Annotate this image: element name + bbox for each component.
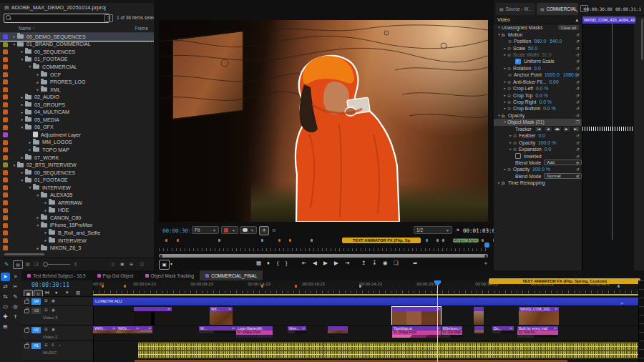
rotation-value[interactable]: 0.0 — [534, 66, 540, 71]
new-item-button[interactable]: ⊞ — [130, 260, 133, 268]
fx-row-object-mask[interactable]: ▾ Object Mask (01) ❐ — [494, 119, 582, 125]
tree-row[interactable]: ▸ TOPO MAP — [0, 146, 154, 154]
tree-row[interactable]: ▸ OCF — [0, 71, 154, 79]
reset-icon[interactable]: ↺ — [576, 140, 580, 145]
timeline-display-settings-icon[interactable]: ▥ — [76, 290, 80, 295]
timeline-settings-wrench-icon[interactable]: ✶ — [65, 290, 69, 295]
label-color-swatch[interactable] — [3, 230, 8, 235]
sequence-marker[interactable] — [482, 239, 484, 242]
expand-arrow-icon[interactable]: ▸ — [508, 134, 513, 137]
tree-item-label[interactable]: 03_GROUPS — [34, 102, 65, 108]
timeline-marker[interactable] — [102, 285, 104, 288]
tree-item-label[interactable]: NIKON_Z6_3 — [50, 245, 81, 251]
sort-icon[interactable]: ≡ — [74, 260, 77, 268]
eye-icon[interactable]: ◉ — [52, 308, 55, 312]
label-color-swatch[interactable] — [3, 245, 8, 250]
tree-row[interactable]: ▸ HDE — [0, 207, 154, 215]
expand-arrow-icon[interactable]: ▸ — [27, 147, 33, 152]
tree-item-label[interactable]: HDE — [58, 207, 69, 213]
label-color-swatch[interactable] — [3, 155, 8, 160]
sequence-tab[interactable]: COMMERCIAL_FINAL — [200, 270, 263, 280]
play-button[interactable]: ▶ — [323, 260, 328, 266]
filter-bin-icon[interactable]: ❐ — [104, 14, 113, 22]
label-color-swatch[interactable] — [3, 125, 8, 130]
eye-icon[interactable]: ◉ — [52, 298, 55, 303]
tree-item-label[interactable]: 02_BTS_INTERVIEW — [26, 162, 77, 168]
label-color-swatch[interactable] — [3, 57, 8, 62]
stopwatch-icon[interactable]: ⊙ — [508, 39, 514, 44]
fx-mini-timeline[interactable]: WKND_COM_420_A004_A007_0 — [582, 16, 634, 270]
video-clip[interactable]: W...fx — [199, 326, 236, 338]
reset-icon[interactable]: ↺ — [576, 154, 580, 159]
column-frame[interactable]: Frame — [135, 26, 148, 31]
fx-icon[interactable]: fx — [502, 180, 508, 185]
expand-arrow-icon[interactable]: ▾ — [19, 57, 25, 62]
mute-icon[interactable]: ⊟ — [44, 298, 48, 303]
video-clip[interactable]: fx — [392, 307, 441, 325]
uniform-scale-checkbox[interactable] — [515, 59, 521, 64]
expand-arrow-icon[interactable]: ▸ — [19, 155, 25, 160]
tree-row[interactable]: ▾ COMMERCIAL — [0, 63, 154, 71]
timeline-marker[interactable] — [295, 285, 297, 288]
label-color-swatch[interactable] — [3, 208, 8, 213]
tree-item-label[interactable]: INTERVIEW — [58, 238, 87, 244]
tree-item-label[interactable]: Adjustment Layer — [41, 132, 81, 138]
sequence-tab[interactable]: Text Behind Subject - 16:9 — [21, 270, 92, 280]
sequence-marker[interactable] — [426, 239, 428, 242]
expand-arrow-icon[interactable]: ▸ — [502, 100, 507, 104]
video-clip[interactable]: Built for every trail.fx Fi: Text An.. — [517, 326, 558, 338]
expand-arrow-icon[interactable]: ▸ — [43, 208, 49, 212]
expand-arrow-icon[interactable]: ▾ — [27, 64, 33, 69]
step-back-button[interactable]: ◀ — [313, 260, 317, 266]
tree-row[interactable]: ▸ CANON_C80 — [0, 214, 154, 222]
mark-in-button[interactable]: { — [277, 260, 279, 266]
ripple-edit-tool[interactable]: ⇄ — [1, 283, 10, 291]
crop-left-value[interactable]: 0.0 % — [536, 86, 548, 91]
settings-wrench-icon[interactable]: ✶ — [456, 228, 460, 233]
expand-arrow-icon[interactable]: ▾ — [19, 178, 25, 182]
delete-button[interactable]: ❏ — [140, 260, 143, 268]
track-frame-button[interactable]: ◀▶ — [553, 126, 562, 132]
monitor-time-ruler[interactable] — [159, 244, 488, 251]
export-button[interactable]: ➦ — [413, 260, 417, 266]
expand-arrow-icon[interactable]: ▸ — [19, 49, 25, 54]
sequence-marker[interactable] — [261, 239, 263, 242]
track-v2-badge[interactable]: V2 — [31, 327, 41, 333]
linked-selection-button[interactable]: ⋈ — [45, 290, 50, 295]
video-clip[interactable]: WK...fx — [210, 307, 233, 325]
track-to-end-button[interactable]: ▶| — [572, 126, 580, 132]
zoom-level-select[interactable]: Fit▼ — [192, 226, 219, 234]
expand-arrow-icon[interactable]: ▸ — [508, 147, 513, 151]
fx-icon[interactable]: fx — [502, 113, 508, 118]
tree-row[interactable]: ▾ ALEXA35 — [0, 191, 154, 199]
tree-row[interactable]: ▸ MM_LOGOS — [0, 139, 154, 147]
new-bin-button[interactable]: ▣ — [120, 260, 125, 268]
tree-row[interactable]: ▸ 03_GROUPS — [0, 101, 154, 109]
expand-arrow-icon[interactable]: ▸ — [19, 110, 25, 114]
adjustment-layer-clip[interactable]: LUMETRI ADJ fx — [93, 298, 639, 305]
video-clip[interactable]: fx — [134, 307, 172, 325]
reset-icon[interactable]: ↺ — [576, 86, 580, 91]
tree-item-label[interactable]: XML — [50, 87, 61, 93]
tree-item-label[interactable]: ARRIRAW — [58, 200, 82, 206]
zoom-slider[interactable] — [47, 264, 70, 265]
tree-item-label[interactable]: 00_SEQUENCES — [34, 170, 75, 176]
track-v4-badge[interactable]: V4 — [31, 298, 41, 305]
video-clip[interactable]: TopoMap.aifx Fi: Shape Flow — [392, 326, 441, 338]
chevron-down-icon[interactable]: ▼ — [170, 262, 173, 266]
expand-arrow-icon[interactable]: ▾ — [497, 26, 502, 29]
tree-item-label[interactable]: COMMERCIAL — [42, 64, 77, 70]
reset-icon[interactable]: ↺ — [576, 39, 580, 44]
fx-playhead-line[interactable] — [612, 16, 613, 240]
position-x-value[interactable]: 960.0 — [534, 39, 546, 44]
reset-icon[interactable]: ↺ — [576, 93, 580, 98]
expand-arrow-icon[interactable]: ▾ — [35, 193, 41, 197]
expand-arrow-icon[interactable]: ▸ — [35, 246, 41, 250]
crop-right-value[interactable]: 0.0 % — [540, 99, 552, 104]
video-clip[interactable]: Logo-MartenMi.. Fi: Shape Flow — [236, 326, 273, 338]
expand-arrow-icon[interactable]: ▸ — [35, 72, 41, 77]
stopwatch-icon[interactable]: ⊙ — [507, 99, 513, 104]
video-clip[interactable]: WKN...fx — [93, 326, 117, 338]
expand-arrow-icon[interactable]: ▸ — [508, 141, 513, 145]
timeline-timecode[interactable]: 00:00:30:11 — [31, 282, 69, 288]
